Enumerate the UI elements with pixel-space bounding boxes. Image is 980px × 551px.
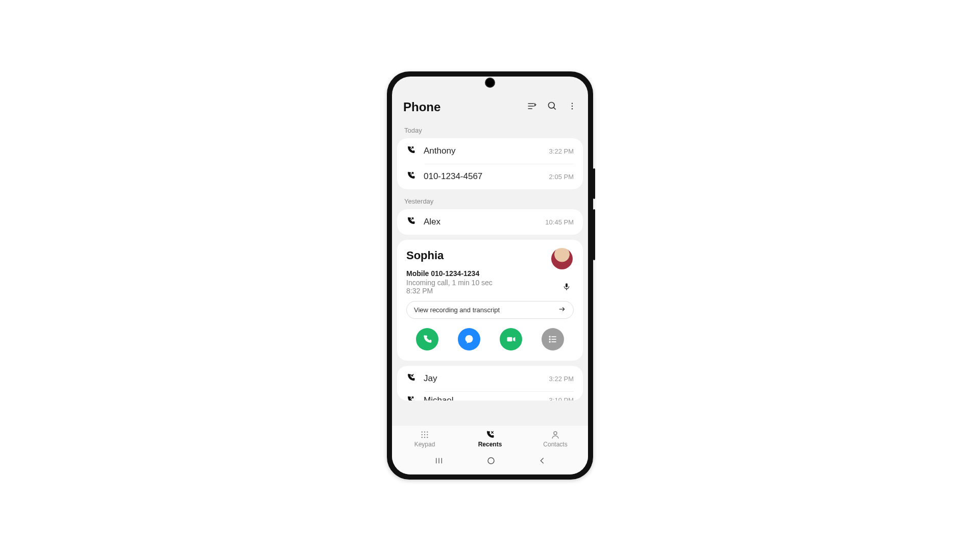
call-time: 8:32 PM [406,287,574,295]
nav-contacts[interactable]: Contacts [523,425,588,451]
nav-label: Contacts [543,441,567,448]
svg-point-5 [572,103,573,104]
svg-line-4 [554,108,556,110]
svg-point-7 [572,108,573,109]
quick-actions [406,328,574,350]
svg-point-38 [488,458,494,464]
svg-point-34 [554,432,557,435]
call-duration: Incoming call, 1 min 10 sec [406,279,574,287]
filter-icon[interactable] [527,101,537,113]
details-button[interactable] [542,328,564,350]
expanded-call-card: Sophia Mobile 010-1234-1234 Incoming cal… [397,240,583,361]
outgoing-call-icon [406,216,415,228]
contacts-icon [523,430,588,440]
call-button[interactable] [416,328,438,350]
call-timestamp: 2:05 PM [549,173,574,181]
home-button[interactable] [486,456,496,467]
front-camera [486,79,494,87]
recent-apps-button[interactable] [434,457,444,467]
nav-label: Recents [478,441,502,448]
transcript-button-label: View recording and transcript [414,306,500,314]
phone-device-frame: Phone Today Anthony [387,71,593,480]
search-icon[interactable] [547,101,557,113]
section-yesterday: Yesterday [397,193,583,209]
nav-keypad[interactable]: Keypad [392,425,457,451]
outgoing-call-icon [406,145,415,157]
arrow-right-icon [558,306,566,314]
svg-point-31 [422,437,423,438]
call-row[interactable]: Jay 3:22 PM [397,366,583,391]
system-nav-bar [392,451,588,474]
svg-point-19 [549,339,550,340]
outgoing-call-icon [406,395,415,400]
svg-point-6 [572,106,573,107]
call-name: Jay [424,373,541,384]
call-name: Alex [424,217,537,227]
nav-recents[interactable]: Recents [457,425,523,451]
call-row[interactable]: Alex 10:45 PM [397,209,583,235]
call-log-scroll[interactable]: Today Anthony 3:22 PM 010-1234-4567 2:05… [392,122,588,425]
back-button[interactable] [538,456,546,467]
video-call-button[interactable] [500,328,522,350]
call-timestamp: 3:22 PM [549,375,574,383]
call-name: Michael [424,391,541,400]
today-card: Anthony 3:22 PM 010-1234-4567 2:05 PM [397,138,583,189]
svg-point-17 [549,336,550,337]
microphone-icon [562,282,571,294]
svg-point-30 [427,434,428,435]
svg-point-28 [422,434,423,435]
keypad-icon [392,430,457,440]
svg-point-32 [424,437,425,438]
call-name: 010-1234-4567 [424,171,541,182]
call-row[interactable]: Anthony 3:22 PM [397,138,583,164]
svg-point-26 [424,432,425,433]
screen: Phone Today Anthony [392,77,588,474]
svg-point-29 [424,434,425,435]
call-row[interactable]: 010-1234-4567 2:05 PM [397,164,583,189]
svg-rect-11 [566,283,568,287]
svg-marker-16 [513,337,515,341]
yesterday-card: Alex 10:45 PM [397,209,583,235]
message-button[interactable] [458,328,480,350]
outgoing-call-icon [406,171,415,182]
expanded-contact-name: Sophia [406,249,574,262]
svg-point-14 [465,335,473,343]
svg-point-21 [549,341,550,342]
call-row[interactable]: Michael 3:10 PM [397,391,583,400]
svg-point-3 [549,103,555,109]
call-timestamp: 10:45 PM [545,218,574,226]
svg-point-27 [427,432,428,433]
contact-avatar[interactable] [551,248,573,269]
view-transcript-button[interactable]: View recording and transcript [406,301,574,319]
more-calls-card: Jay 3:22 PM Michael 3:10 PM [397,366,583,400]
svg-point-33 [427,437,428,438]
more-icon[interactable] [568,101,577,113]
call-name: Anthony [424,146,541,156]
recents-icon [457,430,523,440]
header-actions [527,101,577,113]
bottom-nav: Keypad Recents Contacts [392,425,588,451]
svg-point-25 [422,432,423,433]
svg-rect-15 [507,337,512,341]
incoming-call-icon [406,373,415,384]
section-today: Today [397,122,583,138]
call-timestamp: 3:22 PM [549,147,574,155]
call-timestamp: 3:10 PM [549,391,574,400]
contact-phone: Mobile 010-1234-1234 [406,269,574,278]
nav-label: Keypad [414,441,435,448]
page-title: Phone [403,100,440,114]
